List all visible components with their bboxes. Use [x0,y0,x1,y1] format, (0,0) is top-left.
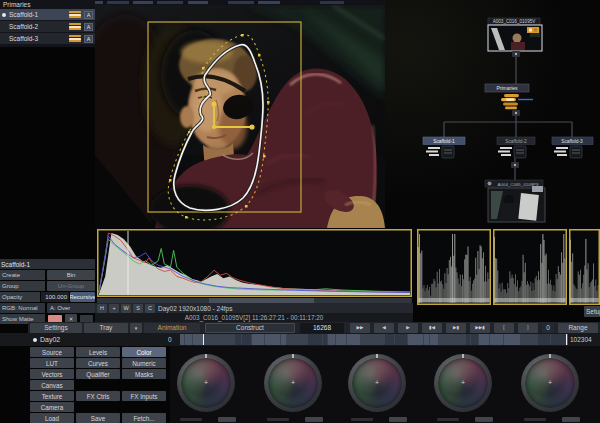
menu-lut[interactable]: LUT [30,358,74,368]
menu-source[interactable]: Source [30,347,74,357]
transform-bounding-box[interactable] [148,22,301,212]
timeline-segment[interactable] [328,334,335,345]
transport-button-1[interactable]: ◀ [374,323,394,333]
timeline-segment[interactable] [466,334,470,345]
menu-levels[interactable]: Levels [76,347,120,357]
view-button-H[interactable]: H [97,304,107,313]
track-name[interactable]: Day02 [40,336,60,343]
track-active-dot[interactable] [33,338,37,342]
timeline-segment[interactable] [451,334,465,345]
node-scaffold-3[interactable]: Scaffold-3 [552,137,593,145]
alpha-blend-mode[interactable]: A: Over [47,303,95,313]
color-wheel-2[interactable]: + [264,354,322,412]
menu-curves[interactable]: Curves [76,358,120,368]
menu-vectors[interactable]: Vectors [30,369,74,379]
rgb-blend-mode[interactable]: RGB: Normal [0,303,45,313]
range-button[interactable]: Range [558,323,598,333]
node-source-clip[interactable]: A003_C016_01095V [488,18,542,51]
color-wheel-4[interactable]: + [434,354,492,412]
color-wheel-3[interactable]: + [348,354,406,412]
menu-load[interactable]: Load [30,413,74,423]
transport-button-4[interactable]: ▶▮ [446,323,466,333]
menu-color[interactable]: Color [122,347,166,357]
menu-fx-inputs[interactable]: FX Inputs [122,391,166,401]
bin-button[interactable]: Bin [47,270,95,280]
wheel-value-field[interactable] [562,417,580,422]
timeline-segment[interactable] [180,334,184,345]
viewer[interactable] [95,5,385,228]
timeline-segment[interactable] [521,334,527,345]
timeline-segment[interactable] [479,334,489,345]
timeline-segment[interactable] [378,334,384,345]
node-primaries[interactable]: Primaries [485,84,533,109]
animation-marker[interactable]: ▾ [130,323,142,333]
menu-fx-ctrls[interactable]: FX Ctrls [76,391,120,401]
setup-button[interactable]: Setup [584,306,600,317]
menu-save[interactable]: Save [76,413,120,423]
scaffold-item-3[interactable]: Scaffold-3A [0,33,95,44]
settings-button[interactable]: Settings [30,323,82,333]
timeline-segment[interactable] [567,334,568,345]
timeline-segment[interactable] [242,334,251,345]
timeline-segment[interactable] [308,334,322,345]
timeline-segment[interactable] [235,334,241,345]
timeline-segment[interactable] [538,334,550,345]
timeline-segment[interactable] [439,334,450,345]
animation-badge[interactable]: A [84,35,93,43]
menu-numeric[interactable]: Numeric [122,358,166,368]
wheel-value-field[interactable] [305,417,323,422]
timeline-segment[interactable] [185,334,192,345]
transport-button-5[interactable]: ▶▶▮ [470,323,490,333]
timeline-segment[interactable] [281,334,286,345]
transport-button-0[interactable]: ▶▶ [350,323,370,333]
timeline-segment[interactable] [296,334,307,345]
zero-button[interactable]: 0 [542,323,554,333]
timeline-segment[interactable] [361,334,377,345]
view-button-+[interactable]: + [109,304,119,313]
node-scaffold-1[interactable]: Scaffold-1 [423,137,465,145]
node-result-clip[interactable]: A004_C065_0109P9 [485,180,545,222]
menu-texture[interactable]: Texture [30,391,74,401]
timeline-segment[interactable] [204,334,217,345]
timeline-segment[interactable] [323,334,327,345]
wheel-value-field[interactable] [475,417,493,422]
timeline-segment[interactable] [287,334,295,345]
recursive-toggle[interactable]: Recursive [70,292,95,302]
timeline-segment[interactable] [385,334,394,345]
view-button-W[interactable]: W [121,304,131,313]
menu-canvas[interactable]: Canvas [30,380,74,390]
menu-fetch-[interactable]: Fetch... [122,413,166,423]
color-wheel-5[interactable]: + [521,354,579,412]
animation-button[interactable]: Animation [144,323,200,333]
timeline-segment[interactable] [528,334,537,345]
wheel-value-field[interactable] [218,417,236,422]
view-button-S[interactable]: S [133,304,143,313]
transform-axis-gizmo[interactable] [211,101,254,129]
timeline-segment[interactable] [424,334,429,345]
current-frame-field[interactable]: 16268 [300,323,344,333]
tray-button[interactable]: Tray [84,323,128,333]
timeline-segment[interactable] [551,334,566,345]
color-wheel-1[interactable]: + [177,354,235,412]
wheel-value-field[interactable] [389,417,407,422]
ungroup-button[interactable]: Un-Group [47,281,95,291]
construct-button[interactable]: Construct [205,323,295,333]
menu-camera[interactable]: Camera [30,402,74,412]
transport-button-3[interactable]: ▮◀ [422,323,442,333]
node-graph[interactable]: A003_C016_01095V Primaries [385,0,600,230]
timeline-segment[interactable] [504,334,520,345]
view-button-C[interactable]: C [145,304,155,313]
transport-button-2[interactable]: ▶ [398,323,418,333]
timeline-segment[interactable] [430,334,438,345]
menu-qualifier[interactable]: Qualifier [76,369,120,379]
timeline-segment[interactable] [252,334,264,345]
timeline-segment[interactable] [471,334,478,345]
timeline-strip[interactable] [180,334,568,345]
menu-masks[interactable]: Masks [122,369,166,379]
scaffold-item-1[interactable]: Scaffold-1A [0,9,95,20]
timeline-segment[interactable] [218,334,234,345]
node-scaffold-2[interactable]: Scaffold-2 [497,137,535,145]
transport-button-7[interactable]: ] [518,323,538,333]
timeline-segment[interactable] [490,334,503,345]
animation-badge[interactable]: A [84,23,93,31]
